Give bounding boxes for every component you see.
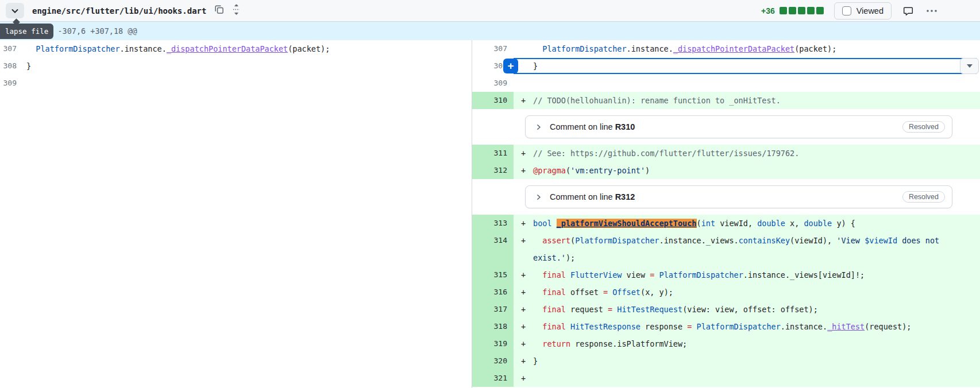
code-token: PlatformDispatcher — [697, 322, 781, 331]
resolved-badge: Resolved — [902, 121, 945, 133]
inline-comment-row: Comment on line R312Resolved — [472, 179, 980, 215]
collapse-file-button[interactable] — [6, 3, 24, 18]
diff-line-310: 310+// TODO(hellohuanlin): rename functi… — [472, 92, 980, 109]
code-token — [552, 219, 557, 228]
diff-marker: + — [514, 266, 533, 284]
line-number[interactable]: 310 — [472, 92, 514, 109]
line-number[interactable]: 309 — [0, 75, 20, 92]
diffstat-added-count: +36 — [761, 6, 775, 15]
code-token: view — [622, 270, 650, 280]
code-token: (x, y); — [641, 288, 673, 297]
code-token — [608, 288, 612, 297]
kebab-menu-icon[interactable] — [926, 9, 937, 13]
code-token: } — [533, 61, 538, 71]
diff-line-316: 316+ final offset = Offset(x, y); — [472, 284, 980, 301]
code-token: ( — [566, 166, 570, 175]
code-cell: // See: https://github.com/flutter/flutt… — [533, 145, 980, 162]
code-token: response — [641, 322, 687, 331]
line-number[interactable]: 311 — [472, 145, 514, 162]
line-number[interactable]: 309 — [472, 75, 514, 92]
code-token: // See: https://github.com/flutter/flutt… — [533, 149, 799, 158]
code-cell: @pragma('vm:entry-point') — [533, 162, 980, 179]
drag-handle-icon[interactable] — [232, 4, 241, 17]
diff-marker: + — [514, 162, 533, 179]
diff-line-307: 307 PlatformDispatcher.instance._dispatc… — [472, 40, 980, 57]
line-number[interactable]: 314 — [472, 232, 514, 266]
diffstat-square — [807, 7, 815, 14]
code-cell: return response.isPlatformView; — [533, 335, 980, 352]
diffstat-square — [816, 7, 824, 14]
line-number[interactable]: 315 — [472, 266, 514, 284]
code-token: x, — [785, 219, 804, 228]
line-number[interactable]: 321 — [472, 370, 514, 387]
code-token: int — [701, 219, 715, 228]
code-token: _hitTest — [827, 322, 865, 331]
copy-path-icon[interactable] — [214, 5, 224, 17]
code-token: $viewId — [865, 236, 897, 245]
diff-line-314: 314+ assert(PlatformDispatcher.instance.… — [472, 232, 980, 266]
diff-line-307: 307 PlatformDispatcher.instance._dispatc… — [0, 40, 472, 57]
code-token: final — [542, 270, 566, 280]
code-token: ); — [566, 253, 575, 262]
diff-line-308: 308} — [0, 57, 472, 75]
line-number[interactable]: 312 — [472, 162, 514, 179]
resolved-badge: Resolved — [902, 191, 945, 203]
code-token: _dispatchPointerDataPacket — [167, 44, 288, 53]
line-number[interactable]: 317 — [472, 301, 514, 318]
code-cell: final request = HitTestRequest(view: vie… — [533, 301, 980, 318]
diff-line-312: 312+@pragma('vm:entry-point') — [472, 162, 980, 179]
diff-line-308: 308}+ — [472, 57, 980, 75]
file-path[interactable]: engine/src/flutter/lib/ui/hooks.dart — [32, 6, 206, 15]
line-number[interactable]: 308 — [0, 57, 20, 75]
line-number[interactable]: 320 — [472, 352, 514, 370]
viewed-label: Viewed — [856, 6, 883, 15]
line-number[interactable]: 307 — [0, 40, 20, 57]
code-token: .instance. — [627, 44, 673, 53]
chevron-down-icon — [10, 6, 20, 15]
diff-pane-new: 307 PlatformDispatcher.instance._dispatc… — [472, 40, 980, 388]
add-line-comment-button[interactable]: + — [503, 59, 518, 73]
caret-down-icon — [967, 64, 973, 68]
diff-line-319: 319+ return response.isPlatformView; — [472, 335, 980, 352]
line-number[interactable]: 318 — [472, 318, 514, 335]
diffstat-square — [798, 7, 805, 14]
line-number[interactable]: 316 — [472, 284, 514, 301]
code-cell: final HitTestResponse response = Platfor… — [533, 318, 980, 335]
line-number[interactable]: 319 — [472, 335, 514, 352]
code-token — [533, 322, 542, 331]
line-number[interactable]: 313 — [472, 215, 514, 232]
viewed-toggle-button[interactable]: Viewed — [834, 2, 892, 20]
viewed-checkbox[interactable] — [842, 6, 851, 15]
collapsed-comment-thread[interactable]: Comment on line R312Resolved — [525, 185, 952, 208]
code-token: response.isPlatformView; — [570, 339, 687, 348]
code-cell: } — [23, 57, 472, 75]
diff-marker: + — [514, 335, 533, 352]
diff-line-318: 318+ final HitTestResponse response = Pl… — [472, 318, 980, 335]
chevron-right-icon — [535, 123, 542, 131]
code-cell — [533, 75, 980, 92]
line-actions-dropdown[interactable] — [960, 58, 979, 74]
code-token: final — [542, 288, 566, 297]
inline-comment-row: Comment on line R310Resolved — [472, 109, 980, 145]
code-token: ) — [645, 166, 650, 175]
code-token: containsKey — [739, 236, 790, 245]
code-cell: bool _platformViewShouldAcceptTouch(int … — [533, 215, 980, 232]
comment-bubble-icon[interactable] — [903, 6, 913, 16]
search-highlight: _platformViewShouldAcceptTouch — [557, 219, 697, 228]
code-token: 'vm:entry-point' — [570, 166, 645, 175]
code-token — [654, 270, 659, 280]
code-token: FlutterView — [570, 270, 622, 280]
diff-marker: + — [514, 284, 533, 301]
code-token: (packet); — [794, 44, 836, 53]
code-token: final — [542, 305, 566, 314]
chevron-right-icon — [535, 193, 542, 201]
code-cell: } — [533, 352, 980, 370]
code-token: @pragma — [533, 166, 566, 175]
line-number[interactable]: 307 — [472, 40, 514, 57]
diff-marker: + — [514, 370, 533, 387]
diff-marker: + — [514, 145, 533, 162]
code-cell: assert(PlatformDispatcher.instance._view… — [533, 232, 980, 266]
diff-marker: + — [514, 352, 533, 370]
collapsed-comment-thread[interactable]: Comment on line R310Resolved — [525, 115, 952, 138]
code-token: double — [804, 219, 832, 228]
